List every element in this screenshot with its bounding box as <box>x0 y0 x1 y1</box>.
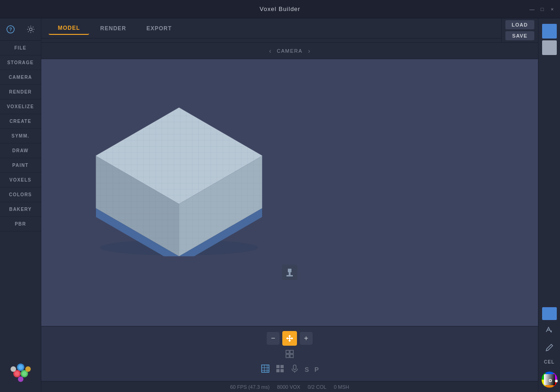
minimize-button[interactable]: — <box>529 6 535 12</box>
subtab-bar: ‹ CAMERA › <box>41 43 538 59</box>
svg-point-11 <box>18 376 23 382</box>
zoom-out-button[interactable]: − <box>267 332 280 345</box>
svg-rect-34 <box>276 369 280 372</box>
app-title: Voxel Builder <box>260 6 301 12</box>
p-label[interactable]: P <box>314 366 319 373</box>
tab-export[interactable]: EXPORT <box>137 22 181 34</box>
svg-point-7 <box>15 371 19 376</box>
vox-count: 8000 VOX <box>277 384 300 390</box>
sidebar-item-pbr[interactable]: PBR <box>0 217 41 232</box>
svg-point-2 <box>29 28 32 31</box>
msh-count: 0 MSH <box>334 384 349 390</box>
sidebar-item-voxels[interactable]: VOXELS <box>0 173 41 188</box>
secondary-color-swatch[interactable] <box>542 40 557 55</box>
settings-icon-button[interactable] <box>24 23 37 36</box>
svg-rect-30 <box>286 354 289 358</box>
subtab-label: CAMERA <box>277 48 302 54</box>
sidebar-item-symm[interactable]: SYMM. <box>0 129 41 144</box>
close-button[interactable]: × <box>549 6 555 12</box>
grid1-icon[interactable] <box>261 364 270 375</box>
col-count: 0/2 COL <box>308 384 326 390</box>
pencil-tool-button[interactable] <box>542 340 557 355</box>
tab-render[interactable]: RENDER <box>91 22 135 34</box>
main-layout: ? FILE STORAGE CAMERA RENDER VOXELIZE CR… <box>0 18 560 392</box>
app-logo <box>7 357 34 386</box>
sidebar-item-draw[interactable]: DRAW <box>0 144 41 158</box>
svg-rect-36 <box>293 365 296 370</box>
svg-text:?: ? <box>9 27 11 32</box>
sidebar-item-render[interactable]: RENDER <box>0 85 41 99</box>
zoom-in-button[interactable]: + <box>300 332 313 345</box>
cel-button[interactable]: CEL <box>543 358 555 366</box>
sidebar: ? FILE STORAGE CAMERA RENDER VOXELIZE CR… <box>0 18 41 392</box>
sidebar-item-camera[interactable]: CAMERA <box>0 70 41 85</box>
window-controls: — □ × <box>529 6 555 12</box>
status-bar: 60 FPS (47.3 ms) 8000 VOX 0/2 COL 0 MSH <box>41 381 538 392</box>
grid2-icon[interactable] <box>275 364 285 375</box>
center-content: MODEL RENDER EXPORT LOAD SAVE ‹ CAMERA › <box>41 18 538 392</box>
3d-cube <box>64 73 294 256</box>
svg-point-8 <box>22 371 27 376</box>
sidebar-item-bakery[interactable]: BAKERY <box>0 202 41 217</box>
sidebar-item-voxelize[interactable]: VOXELIZE <box>0 99 41 114</box>
svg-point-9 <box>11 366 16 372</box>
help-icon-button[interactable]: ? <box>4 23 17 36</box>
tab-model[interactable]: MODEL <box>49 22 89 35</box>
tabs-bar: MODEL RENDER EXPORT <box>41 18 501 39</box>
svg-rect-33 <box>280 365 284 368</box>
right-panel: CEL <box>538 18 560 392</box>
active-color-swatch[interactable] <box>542 307 557 320</box>
svg-rect-28 <box>286 350 289 353</box>
sidebar-item-storage[interactable]: STORAGE <box>0 55 41 70</box>
zoom-controls: − + <box>267 331 313 346</box>
grid-icon-row <box>283 348 296 360</box>
sidebar-item-paint[interactable]: PAINT <box>0 158 41 173</box>
svg-rect-29 <box>290 350 293 353</box>
svg-point-43 <box>555 380 558 382</box>
mic-icon[interactable] <box>290 364 299 375</box>
load-button[interactable]: LOAD <box>505 20 534 29</box>
sidebar-item-create[interactable]: CREATE <box>0 114 41 129</box>
paint-bucket-button[interactable] <box>542 323 557 337</box>
maximize-button[interactable]: □ <box>539 6 545 12</box>
svg-rect-27 <box>286 275 293 276</box>
primary-color-swatch[interactable] <box>542 24 557 39</box>
svg-point-6 <box>18 365 23 370</box>
sidebar-item-file[interactable]: FILE <box>0 41 41 55</box>
bottom-toolbar: − + <box>41 326 538 381</box>
icon-row: S P <box>261 362 319 377</box>
grid-view-button[interactable] <box>283 348 296 360</box>
s-label[interactable]: S <box>305 366 309 373</box>
stamp-tool-button[interactable] <box>282 265 297 280</box>
fps-display: 60 FPS (47.3 ms) <box>230 384 269 390</box>
right-top-section <box>542 22 557 55</box>
titlebar: Voxel Builder — □ × <box>0 0 560 18</box>
svg-rect-35 <box>280 369 284 372</box>
subtab-prev-arrow[interactable]: ‹ <box>269 47 271 55</box>
svg-point-10 <box>25 366 31 372</box>
svg-rect-25 <box>288 269 291 272</box>
viewport[interactable] <box>41 59 538 326</box>
center-move-button[interactable] <box>282 331 297 346</box>
save-button[interactable]: SAVE <box>505 31 534 40</box>
svg-rect-31 <box>290 354 293 358</box>
sidebar-top-icons: ? <box>0 18 41 41</box>
color-wheel[interactable] <box>541 371 558 388</box>
right-mid-section: CEL <box>541 307 558 392</box>
svg-rect-32 <box>276 365 280 368</box>
sidebar-item-colors[interactable]: COLORS <box>0 188 41 202</box>
subtab-next-arrow[interactable]: › <box>308 47 310 55</box>
